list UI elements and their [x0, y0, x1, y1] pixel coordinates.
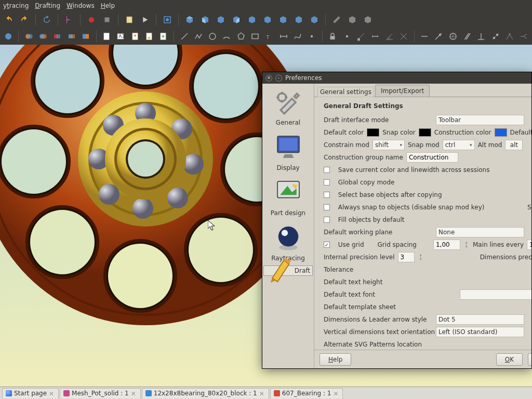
rectangle-icon[interactable]	[250, 31, 260, 42]
snap-ortho-icon[interactable]	[448, 31, 458, 42]
chk-fillobj[interactable]	[324, 217, 330, 223]
doc-tab-bearing-block[interactable]: 12x28x8bearing_80x20_block : 1 ✕	[142, 388, 269, 398]
tab-import-export[interactable]: Import/Export	[375, 85, 430, 97]
snap-near-icon[interactable]	[434, 31, 444, 42]
snap-int-icon[interactable]	[398, 31, 408, 42]
measure-icon[interactable]	[331, 14, 342, 25]
chk-selbase[interactable]	[324, 192, 330, 198]
swatch-conscolor[interactable]	[495, 128, 507, 137]
select-altmod[interactable]: alt	[505, 140, 523, 150]
view-left-icon[interactable]	[277, 14, 289, 25]
menubar[interactable]: ytracing Drafting Windows Help	[0, 0, 532, 11]
snap-grid-icon[interactable]	[504, 31, 514, 42]
page-view-icon[interactable]	[130, 31, 140, 42]
wire-icon[interactable]	[193, 31, 203, 42]
arc-icon[interactable]	[222, 31, 232, 42]
chk-alwayssnap[interactable]	[324, 204, 330, 210]
dimension-icon[interactable]	[278, 31, 288, 42]
page-proj-icon[interactable]	[144, 31, 154, 42]
category-display[interactable]: Display	[263, 130, 313, 174]
bool-common-icon[interactable]	[52, 31, 62, 42]
snap-parallel-icon[interactable]	[462, 31, 472, 42]
menu-drafting[interactable]: Drafting	[35, 2, 60, 9]
bool-xor-icon[interactable]	[81, 31, 90, 42]
swatch-defcolor[interactable]	[367, 128, 379, 137]
select-snapmod[interactable]: ctrl▾	[443, 140, 475, 150]
select-vdim[interactable]: Left (ISO standard)	[436, 327, 524, 337]
tab-general-settings[interactable]: General settings	[317, 87, 374, 97]
snap-end-icon[interactable]	[356, 31, 366, 42]
snap-wp-icon[interactable]	[518, 31, 528, 42]
polygon-icon[interactable]	[236, 31, 246, 42]
select-defplane[interactable]: None	[436, 227, 524, 237]
doc-tab-start[interactable]: Start page ✕	[2, 388, 59, 398]
input-consgrp[interactable]	[406, 152, 458, 163]
apply-button[interactable]: Apply	[528, 353, 531, 366]
select-arrow[interactable]: Dot 5	[436, 314, 524, 325]
view-axo2-icon[interactable]	[309, 14, 320, 25]
menu-windows[interactable]: Windows	[66, 2, 95, 9]
part-icon[interactable]	[347, 14, 358, 25]
page-icon[interactable]	[102, 31, 112, 42]
chk-usegrid[interactable]: ✓	[324, 242, 330, 248]
doc-tab-607bearing[interactable]: 607_Bearing : 1 ✕	[270, 388, 343, 398]
view-bottom-icon[interactable]	[262, 14, 273, 25]
view-right-icon[interactable]	[231, 14, 242, 25]
tab-close-icon[interactable]: ✕	[259, 390, 265, 396]
line-icon[interactable]	[179, 31, 189, 42]
input-txtf[interactable]	[460, 289, 531, 300]
view-front-icon[interactable]	[200, 14, 211, 25]
snap-angle-icon[interactable]	[384, 31, 394, 42]
chk-savecolor[interactable]	[324, 167, 330, 173]
tab-close-icon[interactable]: ✕	[49, 390, 55, 396]
zoom-fit-icon[interactable]	[162, 14, 173, 25]
undo-icon[interactable]	[3, 14, 15, 25]
tab-close-icon[interactable]: ✕	[131, 390, 137, 396]
view-iso-icon[interactable]	[184, 14, 195, 25]
stop-icon[interactable]	[101, 14, 113, 25]
bool-cut-icon[interactable]	[38, 31, 48, 42]
export-icon[interactable]	[158, 31, 168, 42]
bool-union-icon[interactable]	[24, 31, 34, 42]
close-icon[interactable]: ✕	[265, 75, 272, 82]
view-rear-icon[interactable]	[246, 14, 258, 25]
dialog-titlebar[interactable]: ✕ – Preferences	[262, 72, 531, 84]
redo-icon[interactable]	[19, 14, 30, 25]
doc-tab-mesh[interactable]: Mesh_Pot_solid : 1 ✕	[60, 388, 141, 398]
sphere-icon[interactable]	[3, 31, 13, 42]
help-button[interactable]: Help	[320, 353, 351, 366]
page-a3-icon[interactable]: A3	[116, 31, 126, 42]
select-consmod[interactable]: shift▾	[373, 140, 405, 150]
snap-tan-icon[interactable]	[490, 31, 500, 42]
category-draft[interactable]: Draft	[263, 265, 313, 276]
input-prec[interactable]	[398, 252, 415, 262]
part2-icon[interactable]	[362, 14, 374, 25]
menu-raytracing[interactable]: ytracing	[3, 2, 29, 9]
swatch-snapcolor[interactable]	[419, 128, 431, 137]
text-icon[interactable]: T	[264, 31, 274, 42]
snap-perp-icon[interactable]	[476, 31, 486, 42]
view-axo1-icon[interactable]	[293, 14, 304, 25]
snap-mid-icon[interactable]	[342, 31, 352, 42]
select-iface[interactable]: Toolbar	[436, 115, 524, 125]
lock-icon[interactable]	[328, 31, 338, 42]
minimize-icon[interactable]: –	[275, 75, 282, 82]
script-icon[interactable]	[124, 14, 135, 25]
chk-globalcopy[interactable]	[324, 179, 330, 185]
flag-icon[interactable]	[63, 14, 75, 25]
play-icon[interactable]	[139, 14, 151, 25]
input-mainlines[interactable]	[527, 240, 531, 250]
category-general[interactable]: General	[263, 85, 313, 129]
bspline-icon[interactable]	[292, 31, 302, 42]
point-icon[interactable]	[307, 31, 317, 42]
menu-help[interactable]: Help	[101, 2, 115, 9]
bool-section-icon[interactable]	[66, 31, 76, 42]
refresh-icon[interactable]	[41, 14, 52, 25]
view-top-icon[interactable]	[215, 14, 227, 25]
input-gridspacing[interactable]	[433, 240, 460, 250]
circle-icon[interactable]	[207, 31, 217, 42]
record-icon[interactable]	[86, 14, 97, 25]
tab-close-icon[interactable]: ✕	[333, 390, 339, 396]
snap-dist-icon[interactable]	[370, 31, 380, 42]
category-partdesign[interactable]: Part design	[263, 175, 313, 219]
